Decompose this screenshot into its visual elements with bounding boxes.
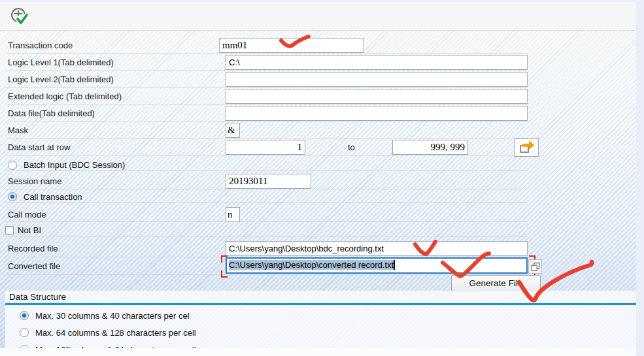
recorded-file-input[interactable]	[226, 241, 528, 256]
row-batch-input: Batch Input (BDC Session)	[5, 159, 528, 171]
mask-input[interactable]	[226, 123, 240, 138]
call-transaction-radio-label: Call transaction	[24, 192, 82, 202]
call-transaction-radio[interactable]	[8, 192, 17, 201]
generate-file-button-label: Generate File	[469, 278, 523, 288]
call-mode-label: Call mode	[8, 207, 46, 221]
row-call-transaction: Call transaction	[5, 191, 528, 202]
logic-level-2-input[interactable]	[226, 72, 528, 87]
converted-file-label: Converted file	[8, 257, 60, 274]
selected-text: C:\Users\yang\Desktop\converted record.t…	[229, 260, 394, 270]
row-transaction-code: Transaction code	[5, 37, 528, 54]
row-mask: Mask	[5, 122, 528, 138]
row-logic-level-2: Logic Level 2(Tab delimited)	[5, 71, 528, 88]
focus-corner-icon	[221, 270, 228, 278]
mask-label: Mask	[8, 122, 28, 138]
export-arrow-icon	[517, 140, 536, 155]
data-structure-section: Data Structure Max. 30 columns & 40 char…	[5, 291, 636, 348]
option-30-columns: Max. 30 columns & 40 characters per cel	[20, 309, 190, 322]
max-64-columns-radio[interactable]	[20, 328, 29, 337]
to-label: to	[348, 139, 355, 155]
transaction-code-input[interactable]	[219, 38, 364, 53]
logic-level-1-label: Logic Level 1(Tab delimited)	[8, 54, 114, 70]
session-name-label: Session name	[8, 173, 61, 189]
data-structure-title: Data Structure	[9, 292, 66, 302]
row-session-name: Session name	[5, 173, 528, 189]
row-recorded-file: Recorded file	[5, 240, 528, 257]
row-extended-logic: Extended logic (Tab delimited)	[5, 88, 528, 105]
max-30-columns-radio[interactable]	[20, 311, 29, 320]
call-mode-input[interactable]	[226, 207, 240, 222]
session-name-input[interactable]	[226, 174, 311, 189]
logic-level-2-label: Logic Level 2(Tab delimited)	[8, 71, 114, 87]
transaction-code-label: Transaction code	[8, 37, 73, 53]
execute-with-check-icon	[9, 6, 30, 27]
row-data-file: Data file(Tab delimited)	[5, 105, 528, 121]
extended-logic-label: Extended logic (Tab delimited)	[8, 88, 122, 104]
toolbar	[0, 2, 636, 31]
row-logic-level-1: Logic Level 1(Tab delimited)	[5, 54, 528, 71]
extended-logic-input[interactable]	[226, 89, 528, 104]
option-64-columns: Max. 64 columns & 128 characters per cel…	[20, 326, 196, 339]
window-right-edge	[636, 0, 644, 356]
section-divider	[5, 303, 636, 305]
not-bi-checkbox-label: Not BI	[18, 225, 41, 235]
sap-bdc-recorder-window: Transaction code Logic Level 1(Tab delim…	[0, 0, 644, 356]
data-file-input[interactable]	[226, 106, 528, 121]
max-64-columns-label: Max. 64 columns & 128 characters per cel…	[35, 328, 196, 338]
execute-button[interactable]	[9, 6, 31, 28]
logic-level-1-input[interactable]	[226, 55, 528, 70]
row-not-bi: Not BI	[5, 225, 528, 236]
batch-input-radio[interactable]	[8, 161, 17, 170]
bottom-strip	[0, 348, 636, 356]
max-30-columns-label: Max. 30 columns & 40 characters per cel	[35, 311, 190, 321]
export-button[interactable]	[514, 138, 539, 157]
generate-file-button[interactable]: Generate File	[451, 275, 541, 291]
data-start-to-input[interactable]	[392, 140, 468, 155]
form-area: Transaction code Logic Level 1(Tab delim…	[0, 31, 636, 356]
overlapping-windows-icon	[530, 261, 541, 272]
row-data-start: Data start at row to	[5, 139, 528, 155]
data-file-label: Data file(Tab delimited)	[8, 105, 95, 121]
data-start-from-input[interactable]	[226, 140, 305, 155]
text-cursor	[394, 260, 395, 270]
recorded-file-label: Recorded file	[8, 240, 58, 257]
multiline-editor-button[interactable]	[528, 259, 542, 274]
row-call-mode: Call mode	[5, 207, 528, 222]
row-converted-file: Converted file C:\Users\yang\Desktop\con…	[5, 257, 528, 275]
option-128-columns-clipped: Max. 128 columns & 64 characters per cel…	[20, 343, 196, 348]
converted-file-input[interactable]: C:\Users\yang\Desktop\converted record.t…	[226, 257, 528, 274]
focus-corner-icon	[221, 255, 228, 263]
data-start-label: Data start at row	[8, 139, 70, 155]
batch-input-radio-label: Batch Input (BDC Session)	[24, 160, 125, 170]
not-bi-checkbox[interactable]	[5, 226, 14, 235]
